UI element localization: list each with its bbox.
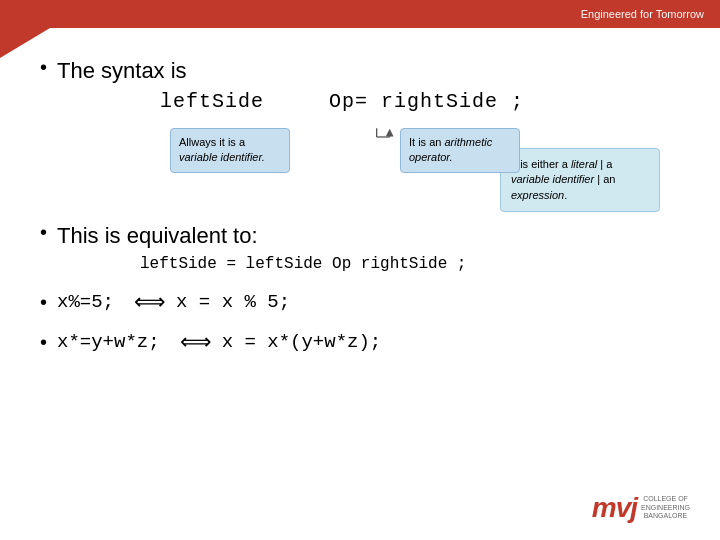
header-title: Engineered for Tomorrow [581,8,704,20]
example-2-code: x*=y+w*z; [57,331,160,353]
logo-subtext: COLLEGE OFENGINEERINGBANGALORE [641,495,690,520]
bullet-dot-2: • [40,221,47,244]
syntax-rightside: rightSide [381,90,511,113]
syntax-leftside: leftSide [160,90,264,113]
annotation-right-text: It is an arithmetic operator. [409,136,492,163]
logo-area: mvj COLLEGE OFENGINEERINGBANGALORE [592,492,690,524]
annotation-left-text: Allways it is a variable identifier. [179,136,265,163]
example-dot-2: • [40,331,47,354]
bullet-section-2: • This is equivalent to: leftSide = left… [40,223,680,273]
examples-section: • x%=5; ⟺ x = x % 5; • x*=y+w*z; ⟺ x = x… [40,289,680,355]
equivalent-code: leftSide = leftSide Op rightSide ; [140,255,680,273]
header-bar: Engineered for Tomorrow [0,0,720,28]
example-1-result: x = x % 5; [176,291,290,313]
logo-mvj-text: mvj [592,492,637,524]
example-2-arrow: ⟺ [180,329,212,355]
syntax-op: Op= [329,90,381,113]
main-content: • The syntax is leftSide Op= rightSide ;… [0,28,720,389]
example-2-result: x = x*(y+w*z); [222,331,382,353]
example-line-2: • x*=y+w*z; ⟺ x = x*(y+w*z); [40,329,680,355]
syntax-semicolon: ; [511,90,524,113]
example-1-code: x%=5; [57,291,114,313]
bullet-dot-1: • [40,56,47,79]
bullet-point-2: • This is equivalent to: [40,223,680,249]
annotation-right: It is an arithmetic operator. [400,128,520,173]
annotations-area: Allways it is a variable identifier. It … [160,123,680,203]
example-line-1: • x%=5; ⟺ x = x % 5; [40,289,680,315]
syntax-line: leftSide Op= rightSide ; [160,90,680,113]
bullet-point-1: • The syntax is [40,58,680,84]
example-1-arrow: ⟺ [134,289,166,315]
example-dot-1: • [40,291,47,314]
bullet-text-2: This is equivalent to: [57,223,258,249]
annotation-left: Allways it is a variable identifier. [170,128,290,173]
bullet-text-1: The syntax is [57,58,187,84]
bullet-section-1: • The syntax is leftSide Op= rightSide ;… [40,58,680,203]
